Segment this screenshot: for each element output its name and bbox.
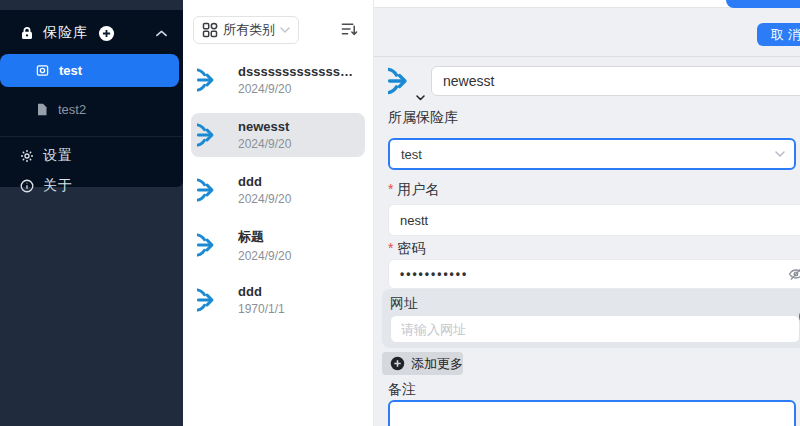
category-filter-dropdown[interactable]: 所有类别 — [193, 16, 299, 44]
entry-row[interactable]: ddd 2024/9/20 — [191, 168, 365, 212]
gear-icon — [20, 149, 34, 163]
toggle-password-button[interactable] — [788, 266, 800, 282]
menu-item-label: 设置 — [43, 147, 73, 165]
url-input[interactable] — [390, 315, 800, 343]
entry-detail-panel: 取消 所属保险库 test 用户名 密码 — [374, 0, 800, 426]
menu-item-label: 关于 — [43, 177, 73, 195]
entry-row[interactable]: ddd 1970/1/1 — [191, 278, 365, 322]
detail-header: 取消 — [374, 9, 800, 57]
entry-title: ddd — [238, 174, 359, 189]
login-entry-icon — [197, 285, 227, 315]
chevron-up-icon — [156, 30, 167, 37]
entry-row[interactable]: dsssssssssssssssssssssssssssssss 2024/9/… — [191, 58, 365, 102]
sidebar: 保险库 test test2 — [0, 0, 183, 426]
vault-select-value: test — [401, 147, 422, 162]
username-field-label: 用户名 — [388, 182, 800, 196]
chevron-down-icon — [280, 27, 290, 33]
add-vault-button[interactable] — [98, 25, 115, 42]
url-field-group: 网址 — [382, 289, 800, 348]
password-field — [388, 259, 800, 289]
save-button-fragment[interactable] — [726, 0, 800, 8]
category-filter-label: 所有类别 — [223, 21, 275, 39]
notes-textarea[interactable] — [388, 400, 796, 426]
notes-field-label: 备注 — [388, 382, 800, 396]
sort-button[interactable] — [341, 21, 358, 37]
entry-date: 2024/9/20 — [238, 82, 359, 96]
sort-icon — [341, 21, 358, 37]
entry-list: dsssssssssssssssssssssssssssssss 2024/9/… — [183, 58, 373, 322]
entry-date: 2024/9/20 — [238, 137, 359, 151]
entry-title: dsssssssssssssssssssssssssssssss — [238, 64, 359, 79]
entry-title: newesst — [238, 119, 359, 134]
eye-off-icon — [788, 266, 800, 282]
sidebar-item-about[interactable]: 关于 — [0, 171, 183, 201]
login-entry-icon — [197, 65, 227, 95]
vault-item-label: test — [59, 63, 82, 78]
vault-select[interactable]: test — [388, 138, 796, 170]
entry-title: ddd — [238, 284, 359, 299]
sidebar-item-settings[interactable]: 设置 — [0, 141, 183, 171]
file-icon — [36, 103, 48, 116]
username-input[interactable] — [388, 204, 800, 236]
vault-header: 保险库 — [0, 18, 183, 48]
password-input[interactable] — [388, 259, 800, 289]
entry-list-column: 所有类别 dsssssssssssssssssssssssssssssss 20… — [183, 0, 374, 426]
vault-section-title: 保险库 — [43, 24, 88, 42]
vault-panel: 保险库 test test2 — [0, 10, 183, 187]
vault-field-label: 所属保险库 — [388, 110, 800, 124]
cancel-button[interactable]: 取消 — [757, 23, 800, 46]
login-entry-icon — [197, 175, 227, 205]
login-entry-icon — [197, 120, 227, 150]
chevron-down-icon — [416, 95, 425, 101]
sidebar-item-vault-test2[interactable]: test2 — [0, 93, 179, 126]
password-field-label: 密码 — [388, 241, 800, 255]
entry-date: 2024/9/20 — [238, 249, 359, 263]
add-more-label: 添加更多 — [411, 355, 463, 373]
entry-title: 标题 — [238, 228, 359, 246]
safe-icon — [36, 64, 49, 77]
entry-type-icon[interactable] — [388, 64, 422, 98]
category-grid-icon — [202, 22, 218, 38]
chevron-down-icon — [775, 151, 785, 157]
login-entry-icon — [197, 230, 227, 260]
entry-date: 2024/9/20 — [238, 192, 359, 206]
plus-circle-icon — [390, 356, 405, 371]
entry-title-row — [388, 64, 800, 98]
add-more-button[interactable]: 添加更多 — [382, 352, 463, 375]
entry-date: 1970/1/1 — [238, 302, 359, 316]
entry-row[interactable]: 标题 2024/9/20 — [191, 223, 365, 267]
entry-form: 所属保险库 test 用户名 密码 网址 — [388, 58, 800, 426]
url-field-label: 网址 — [390, 296, 800, 310]
collapse-vaults-button[interactable] — [156, 30, 167, 37]
entry-row-selected[interactable]: newesst 2024/9/20 — [191, 113, 365, 157]
info-circle-icon — [20, 179, 34, 193]
sidebar-divider — [0, 136, 183, 137]
top-bar — [374, 0, 800, 8]
plus-circle-icon — [98, 25, 115, 42]
lock-icon — [20, 26, 34, 40]
sidebar-item-vault-test[interactable]: test — [0, 54, 179, 87]
vault-item-label: test2 — [58, 102, 86, 117]
entry-title-input[interactable] — [431, 66, 800, 96]
